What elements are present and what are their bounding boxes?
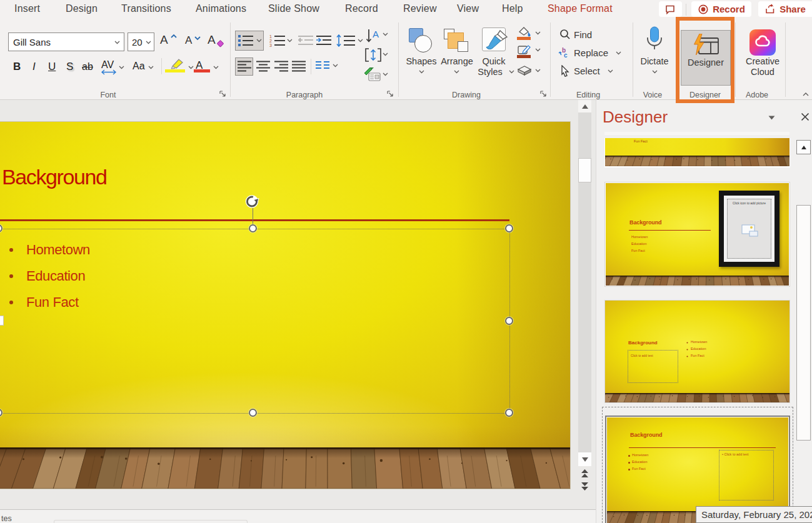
svg-text:2: 2 [269, 39, 272, 43]
svg-text:c: c [564, 52, 568, 59]
svg-text:A: A [373, 29, 379, 39]
svg-text:3: 3 [269, 43, 272, 47]
svg-text:1: 1 [269, 34, 272, 39]
